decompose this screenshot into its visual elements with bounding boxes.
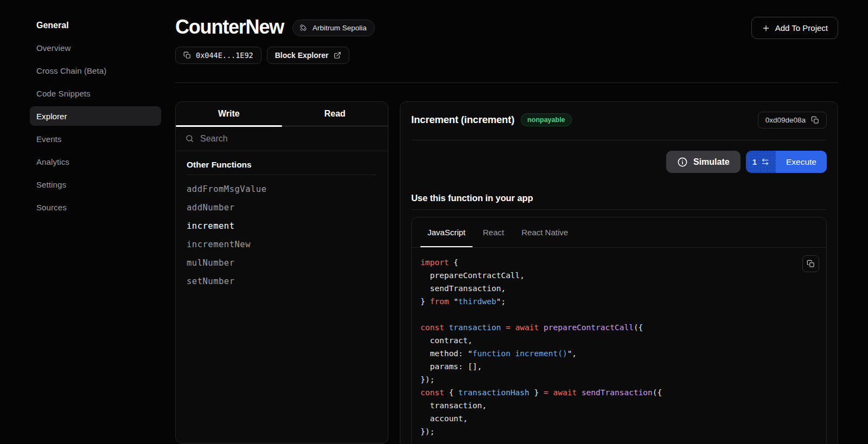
state-mutability-badge: nonpayable <box>521 113 571 126</box>
page-title: CounterNew <box>175 15 284 40</box>
functions-search-input[interactable] <box>200 134 379 144</box>
sidebar-item-events[interactable]: Events <box>30 129 161 149</box>
code-line: } from "thirdweb"; <box>420 295 816 308</box>
code-line <box>420 308 816 321</box>
code-line: prepareContractCall, <box>420 269 816 282</box>
function-detail-header: Increment (increment) nonpayable 0xd09de… <box>411 111 827 128</box>
tab-write[interactable]: Write <box>176 102 282 126</box>
sidebar-item-cross-chain-beta[interactable]: Cross Chain (Beta) <box>30 61 161 80</box>
actions-row: Simulate 1 Execute <box>411 151 827 173</box>
code-tab-react-native[interactable]: React Native <box>514 217 575 247</box>
contract-dashboard: General OverviewCross Chain (Beta)Code S… <box>0 0 868 444</box>
network-badge[interactable]: Arbitrum Sepolia <box>292 20 375 36</box>
tab-read[interactable]: Read <box>282 102 388 126</box>
sidebar-item-overview[interactable]: Overview <box>30 38 161 57</box>
title-group: CounterNew Arbitrum Sepolia <box>175 15 375 40</box>
copy-icon <box>183 52 191 59</box>
search-icon <box>185 134 194 143</box>
copy-icon <box>807 260 815 268</box>
function-item-incrementNew[interactable]: incrementNew <box>187 235 377 254</box>
code-copy-button[interactable] <box>802 255 819 272</box>
functions-items: addFromMsgValueaddNumberincrementincreme… <box>187 180 377 291</box>
simulate-label: Simulate <box>693 157 730 167</box>
explorer-panels: Write Read Other Functions addFromMsgVal… <box>175 101 838 444</box>
sidebar-item-explorer[interactable]: Explorer <box>30 106 161 126</box>
sidebar-nav: OverviewCross Chain (Beta)Code SnippetsE… <box>30 38 161 217</box>
copy-icon <box>811 116 819 124</box>
function-item-addFromMsgValue[interactable]: addFromMsgValue <box>187 180 377 198</box>
function-item-increment[interactable]: increment <box>187 217 377 235</box>
use-function-heading: Use this function in your app <box>411 193 827 203</box>
external-link-icon <box>334 52 341 59</box>
sidebar-item-sources[interactable]: Sources <box>30 197 161 217</box>
main-content: CounterNew Arbitrum Sepolia <box>175 0 868 444</box>
functions-list: Other Functions addFromMsgValueaddNumber… <box>176 151 388 291</box>
contract-address-label: 0x044E...1E92 <box>196 51 253 60</box>
execute-button[interactable]: Execute <box>776 151 827 173</box>
code-line: import { <box>420 256 816 269</box>
sidebar: General OverviewCross Chain (Beta)Code S… <box>0 0 175 444</box>
sidebar-item-code-snippets[interactable]: Code Snippets <box>30 83 161 103</box>
contract-meta-row: 0x044E...1E92 Block Explorer <box>175 47 838 64</box>
info-icon <box>677 157 688 168</box>
code-line: }); <box>420 373 816 386</box>
code-block[interactable]: import { prepareContractCall, sendTransa… <box>412 248 826 444</box>
code-line: const { transactionHash } = await sendTr… <box>420 386 816 399</box>
function-detail-panel: Increment (increment) nonpayable 0xd09de… <box>400 101 838 444</box>
execute-count-segment[interactable]: 1 <box>746 151 776 173</box>
function-item-mulNumber[interactable]: mulNumber <box>187 254 377 272</box>
simulate-button[interactable]: Simulate <box>666 151 741 173</box>
execute-split-button: 1 Execute <box>746 151 827 173</box>
detail-divider <box>411 140 827 140</box>
code-line: transaction, <box>420 399 816 412</box>
functions-group-label: Other Functions <box>187 160 377 175</box>
add-to-project-button[interactable]: Add To Project <box>751 17 838 39</box>
block-explorer-label: Block Explorer <box>275 51 329 60</box>
function-item-setNumber[interactable]: setNumber <box>187 272 377 291</box>
plus-icon <box>762 24 770 33</box>
network-badge-label: Arbitrum Sepolia <box>312 24 367 32</box>
functions-search-row <box>176 126 388 151</box>
use-function-divider <box>411 209 827 210</box>
functions-panel: Write Read Other Functions addFromMsgVal… <box>175 101 388 443</box>
arrow-left-right-icon <box>761 158 769 166</box>
function-item-addNumber[interactable]: addNumber <box>187 198 377 217</box>
code-line: const transaction = await prepareContrac… <box>420 321 816 334</box>
code-snippet-card: JavaScriptReactReact Native import { pre… <box>411 217 827 444</box>
sidebar-item-settings[interactable]: Settings <box>30 175 161 194</box>
code-line: contract, <box>420 334 816 347</box>
add-to-project-label: Add To Project <box>775 23 828 33</box>
code-line: account, <box>420 412 816 425</box>
code-line: }); <box>420 425 816 438</box>
sidebar-item-analytics[interactable]: Analytics <box>30 152 161 171</box>
execute-label: Execute <box>786 157 816 167</box>
header-divider <box>175 82 838 83</box>
code-language-tabs: JavaScriptReactReact Native <box>412 217 826 248</box>
function-selector-label: 0xd09de08a <box>765 116 806 124</box>
code-line: method: "function increment()", <box>420 347 816 360</box>
execute-count-value: 1 <box>752 157 757 166</box>
function-title: Increment (increment) <box>411 114 514 126</box>
function-selector-chip[interactable]: 0xd09de08a <box>758 112 827 128</box>
sidebar-heading: General <box>30 20 161 31</box>
contract-header: CounterNew Arbitrum Sepolia <box>175 0 838 40</box>
code-tab-javascript[interactable]: JavaScript <box>420 217 473 247</box>
code-line: sendTransaction, <box>420 282 816 295</box>
functions-tabs: Write Read <box>176 102 388 126</box>
code-line: params: [], <box>420 360 816 373</box>
block-explorer-button[interactable]: Block Explorer <box>267 47 349 64</box>
code-tab-react[interactable]: React <box>476 217 511 247</box>
chain-icon <box>298 23 308 33</box>
contract-address-chip[interactable]: 0x044E...1E92 <box>175 47 261 64</box>
